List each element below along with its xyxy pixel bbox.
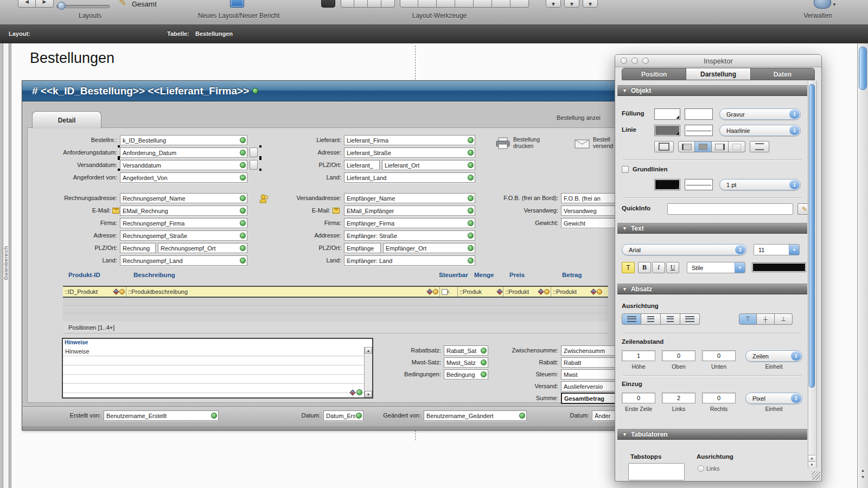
minimize-icon[interactable] — [631, 57, 638, 64]
portal-field-price[interactable]: ::Produkt — [503, 287, 551, 297]
layout-field[interactable]: Rechnungsempf_Ort — [158, 243, 247, 253]
layout-field[interactable]: Anforderung_Datum — [120, 147, 247, 158]
previous-layout-icon[interactable]: ◀ — [18, 0, 36, 8]
portal-field-quantity[interactable]: ::Produk — [458, 287, 503, 297]
fill-swatch[interactable] — [685, 108, 713, 120]
border-left-button[interactable] — [678, 141, 695, 152]
tool-button[interactable] — [474, 0, 492, 8]
align-bottom-button[interactable]: ⊥ — [775, 313, 793, 325]
layout-field[interactable]: Empfänger_Name — [344, 193, 475, 203]
font-size-combo[interactable]: 11▼ — [754, 244, 800, 255]
line-weight-popup[interactable]: Haarlinie▲▼ — [719, 125, 801, 136]
disclosure-triangle-icon[interactable]: ▼ — [622, 88, 627, 93]
disclosure-triangle-icon[interactable]: ▼ — [622, 432, 627, 437]
form-header-title[interactable]: # <<k_ID_Bestellung>> <<Lieferant_Firma>… — [32, 85, 249, 97]
printer-icon[interactable] — [496, 137, 510, 149]
indent-unit-popup[interactable]: Pixel▲▼ — [745, 393, 802, 404]
tool-button[interactable] — [510, 0, 529, 8]
selection-handles[interactable] — [118, 158, 120, 160]
portal-field-description[interactable]: ::Produktbeschreibung — [126, 287, 440, 297]
section-tabulatoren-header[interactable]: ▼Tabulatoren — [617, 429, 807, 440]
tab-detail[interactable]: Detail — [32, 111, 101, 129]
below-input[interactable]: 0 — [702, 350, 736, 361]
tool-button[interactable] — [437, 0, 455, 8]
portal-row[interactable]: ::ID_Produkt ::Produktbeschreibung r. ::… — [63, 286, 608, 298]
layout-field[interactable]: Empfänge — [344, 243, 381, 253]
window-scrollbar-thumb[interactable] — [859, 47, 867, 90]
manage-icon[interactable] — [814, 0, 831, 9]
align-center-button[interactable] — [641, 313, 661, 325]
scroll-up-icon[interactable]: ▲ — [808, 455, 815, 461]
text-color-well[interactable] — [752, 262, 806, 272]
above-input[interactable]: 0 — [662, 350, 695, 361]
layout-field[interactable]: Datum_Erste — [323, 410, 363, 421]
inspector-titlebar[interactable]: Inspektor — [615, 55, 821, 67]
window-scrollbar[interactable]: ▲ ▼ — [857, 43, 868, 488]
baseline-style-swatch[interactable] — [685, 179, 713, 190]
tool-button[interactable] — [354, 0, 368, 8]
inspector-scrollbar-thumb[interactable] — [809, 84, 815, 388]
send-order-button[interactable]: Bestell versend — [593, 136, 613, 149]
layout-field[interactable]: Lieferant_Firma — [344, 135, 475, 145]
align-left-button[interactable] — [622, 313, 641, 325]
layout-field[interactable]: EMail_Rechnung — [120, 206, 247, 216]
align-right-button[interactable] — [661, 313, 680, 325]
disclosure-triangle-icon[interactable]: ▼ — [622, 286, 627, 292]
email-icon[interactable] — [333, 208, 340, 214]
notes-field-content[interactable]: Hinweise — [63, 347, 365, 397]
checkbox-icon[interactable] — [442, 289, 448, 295]
next-layout-icon[interactable]: ▶ — [36, 0, 54, 8]
scroll-up-icon[interactable]: ▲ — [858, 467, 868, 474]
layout-field[interactable]: Rechnungsempf_Straße — [120, 230, 247, 241]
underline-style-button[interactable]: U — [666, 262, 679, 273]
baseline-weight-popup[interactable]: 1 pt▲▼ — [719, 179, 801, 190]
tool-button[interactable] — [455, 0, 474, 8]
tool-button[interactable] — [341, 0, 354, 8]
border-all-button[interactable] — [654, 141, 674, 152]
close-icon[interactable] — [621, 57, 627, 64]
layout-field[interactable]: Mwst_Satz — [444, 357, 488, 368]
bold-style-button[interactable]: B — [638, 262, 651, 273]
tool-group-fields[interactable] — [400, 0, 529, 8]
scroll-down-icon[interactable]: ▼ — [858, 474, 868, 480]
tab-position[interactable]: Position — [622, 68, 686, 80]
inspector-scrollbar[interactable]: ▲ ▼ — [808, 81, 817, 468]
layout-field[interactable]: Versanddatum — [120, 160, 247, 170]
spacing-unit-popup[interactable]: Zeilen▲▼ — [745, 350, 802, 362]
part-label-body[interactable]: Datenbereich — [2, 228, 9, 298]
section-absatz-header[interactable]: ▼Absatz — [617, 284, 807, 294]
left-indent-input[interactable]: 2 — [662, 393, 695, 403]
baseline-borders-button[interactable] — [750, 141, 769, 152]
baseline-color-well[interactable] — [654, 179, 680, 190]
height-input[interactable]: 1 — [622, 350, 655, 361]
scroll-down-icon[interactable]: ▼ — [808, 461, 815, 468]
portal-field-product-id[interactable]: ::ID_Produkt — [63, 287, 126, 297]
layout-field[interactable]: Empfänger_Ort — [383, 243, 475, 253]
page-title[interactable]: Bestellungen — [30, 50, 114, 67]
styles-popup[interactable]: Stile▼ — [687, 262, 745, 273]
align-tool-button[interactable]: ▼ — [564, 0, 579, 8]
layout-nav-buttons[interactable]: ◀ ▶ — [18, 0, 54, 8]
tool-button[interactable] — [368, 0, 381, 8]
section-text-header[interactable]: ▼Text — [617, 223, 807, 234]
line-style-swatch[interactable] — [685, 125, 713, 136]
form-header-bar[interactable]: # <<k_ID_Bestellung>> <<Lieferant_Firma>… — [22, 81, 630, 101]
zoom-icon[interactable] — [642, 57, 649, 64]
right-indent-input[interactable]: 0 — [702, 393, 736, 403]
layout-field[interactable]: Empfänger_Firma — [344, 218, 475, 228]
align-justify-button[interactable] — [680, 313, 700, 325]
calendar-icon[interactable] — [250, 160, 258, 170]
font-popup[interactable]: Arial▲▼ — [622, 244, 746, 255]
layout-field[interactable]: Bedingung — [444, 369, 488, 380]
layout-field[interactable]: Rechnungsempf_Land — [120, 255, 247, 266]
section-objekt-header[interactable]: ▼Objekt — [617, 85, 807, 96]
highlight-style-button[interactable]: T — [622, 262, 635, 273]
layout-field[interactable]: Rabatt_Sat — [444, 345, 488, 356]
align-tool-button[interactable]: ▼ — [583, 0, 598, 8]
layout-field[interactable]: Empfänger: Straße — [344, 230, 475, 241]
layout-field[interactable]: EMail_Empfänger — [344, 206, 475, 216]
line-color-well[interactable] — [654, 125, 680, 136]
align-middle-button[interactable]: ┼ — [757, 313, 775, 325]
layout-field[interactable]: Angefordert_Von — [120, 172, 247, 183]
disclosure-triangle-icon[interactable]: ▼ — [622, 226, 627, 231]
